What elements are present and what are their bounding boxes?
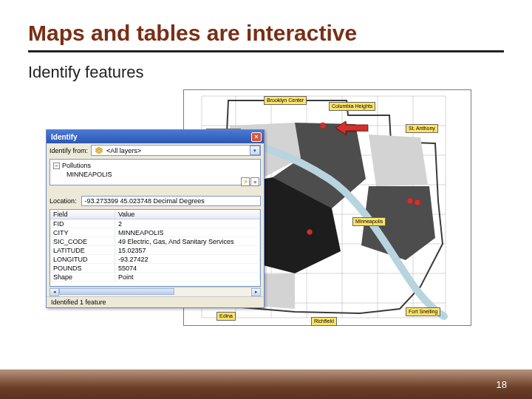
svg-point-17 bbox=[307, 230, 313, 235]
table-row[interactable]: LONGITUD -93.27422 bbox=[50, 255, 260, 264]
cell-field: POUNDS bbox=[50, 264, 115, 272]
scroll-track[interactable] bbox=[59, 288, 251, 296]
tree-collapse-icon[interactable]: − bbox=[53, 163, 60, 169]
page-subtitle: Identify features bbox=[28, 63, 504, 82]
identify-from-label: Identify from: bbox=[50, 147, 88, 154]
map-label: Richfield bbox=[311, 317, 337, 326]
menu-icon[interactable]: ≡ bbox=[250, 177, 259, 186]
cell-value: 2 bbox=[115, 219, 260, 228]
close-icon[interactable]: × bbox=[251, 132, 262, 142]
location-label: Location: bbox=[50, 197, 77, 205]
layer-select[interactable]: <All layers> ▾ bbox=[91, 145, 261, 156]
table-row[interactable]: CITY MINNEAPOLIS bbox=[50, 228, 260, 237]
cell-value: 15.02357 bbox=[115, 246, 260, 254]
map-label: Columbia Heights bbox=[329, 102, 375, 111]
identify-mini-tools: ⚡ ≡ bbox=[241, 177, 259, 186]
scroll-left-icon[interactable]: ◂ bbox=[50, 288, 59, 296]
feature-tree[interactable]: − Pollutions MINNEAPOLIS bbox=[50, 159, 261, 185]
table-row[interactable]: FID 2 bbox=[50, 219, 260, 228]
column-header-field[interactable]: Field bbox=[50, 210, 115, 219]
map-label: Minneapolis bbox=[352, 217, 386, 226]
content-stage: Brooklyn Center Columbia Heights St. Ant… bbox=[58, 89, 471, 333]
cell-value: 49 Electric, Gas, And Sanitary Services bbox=[115, 237, 260, 245]
scroll-right-icon[interactable]: ▸ bbox=[251, 288, 261, 296]
column-header-value[interactable]: Value bbox=[115, 210, 260, 219]
cell-field: Shape bbox=[50, 273, 115, 281]
window-titlebar[interactable]: Identify × bbox=[47, 130, 264, 143]
cell-field: FID bbox=[50, 219, 115, 228]
cell-field: LATITUDE bbox=[50, 246, 115, 254]
window-title-text: Identify bbox=[51, 133, 78, 141]
layers-icon bbox=[95, 146, 103, 155]
cell-field: LONGITUD bbox=[50, 255, 115, 263]
map-label: Brooklyn Center bbox=[264, 96, 307, 105]
page-title: Maps and tables are interactive bbox=[28, 21, 504, 52]
cell-value: -93.27422 bbox=[115, 255, 260, 263]
identify-window[interactable]: Identify × Identify from: <All layers> ▾ bbox=[46, 129, 265, 308]
flash-icon[interactable]: ⚡ bbox=[241, 177, 250, 186]
table-row[interactable]: LATITUDE 15.02357 bbox=[50, 246, 260, 255]
svg-marker-18 bbox=[335, 121, 368, 134]
svg-point-15 bbox=[407, 198, 413, 204]
map-label: Fort Snelling bbox=[406, 307, 440, 316]
slide-footer bbox=[0, 369, 532, 399]
layer-select-value: <All layers> bbox=[106, 147, 141, 154]
page-number: 18 bbox=[497, 379, 507, 390]
tree-child-label: MINNEAPOLIS bbox=[66, 170, 112, 179]
scroll-thumb[interactable] bbox=[59, 288, 174, 295]
callout-arrow-icon bbox=[335, 120, 368, 136]
identify-status-text: Identified 1 feature bbox=[47, 296, 264, 307]
map-label: Edina bbox=[216, 312, 236, 321]
cell-value: MINNEAPOLIS bbox=[115, 228, 260, 236]
horizontal-scrollbar[interactable]: ◂ ▸ bbox=[50, 287, 261, 296]
map-label: St. Anthony bbox=[406, 124, 438, 133]
tree-root-label: Pollutions bbox=[62, 161, 91, 170]
location-field[interactable]: -93.273399 45.023748 Decimal Degrees bbox=[81, 196, 261, 206]
cell-field: CITY bbox=[50, 228, 115, 236]
attributes-table: Field Value FID 2 CITY MINNEAPOLIS SIC_C… bbox=[50, 209, 261, 287]
table-row[interactable]: Shape Point bbox=[50, 273, 260, 282]
svg-point-14 bbox=[320, 123, 326, 129]
cell-value: Point bbox=[115, 273, 260, 281]
table-row[interactable]: SIC_CODE 49 Electric, Gas, And Sanitary … bbox=[50, 237, 260, 246]
svg-point-16 bbox=[415, 200, 420, 205]
cell-field: SIC_CODE bbox=[50, 237, 115, 245]
cell-value: 55074 bbox=[115, 264, 260, 272]
location-value: -93.273399 45.023748 Decimal Degrees bbox=[85, 197, 205, 205]
tree-child-row[interactable]: MINNEAPOLIS bbox=[53, 170, 257, 179]
table-row[interactable]: POUNDS 55074 bbox=[50, 264, 260, 273]
chevron-down-icon[interactable]: ▾ bbox=[250, 146, 260, 155]
tree-root-row[interactable]: − Pollutions bbox=[53, 161, 257, 170]
